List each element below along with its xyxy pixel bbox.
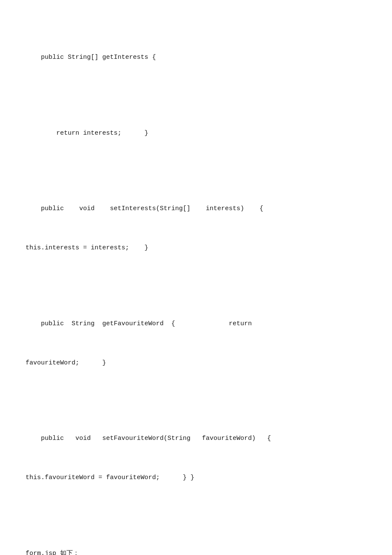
empty-line: [26, 396, 375, 407]
code-line: form.jsp 如下：: [26, 547, 375, 555]
code-line: this.interests = interests; }: [26, 242, 375, 254]
code-line: public void setInterests(String[] intere…: [26, 202, 375, 215]
empty-line: [26, 281, 375, 292]
code-line: this.favouriteWord = favouriteWord; } }: [26, 471, 375, 484]
code-line: return interests; }: [26, 127, 375, 140]
code-line: public void setFavouriteWord(String favo…: [26, 432, 375, 445]
code-line: public String getFavouriteWord { return: [26, 318, 375, 330]
code-line: favouriteWord; }: [26, 357, 375, 370]
empty-line: [26, 90, 375, 101]
code-content: public String[] getInterests { return in…: [26, 26, 375, 555]
code-line: public String[] getInterests {: [26, 51, 375, 64]
empty-line: [26, 166, 375, 177]
empty-line: [26, 511, 375, 522]
